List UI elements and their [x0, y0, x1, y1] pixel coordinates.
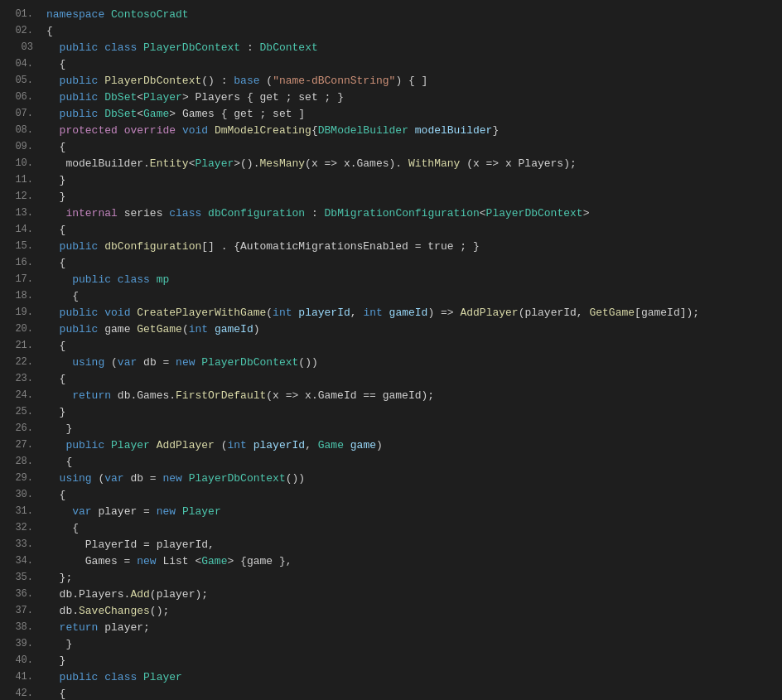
- code-line: 03 public class PlayerDbContext : DbCont…: [0, 40, 782, 56]
- code-line: 29. using (var db = new PlayerDbContext(…: [0, 471, 782, 487]
- line-content: {: [46, 255, 775, 272]
- code-line: 06. public DbSet<Player> Players { get ;…: [0, 89, 782, 106]
- line-number: 37.: [7, 603, 33, 618]
- code-line: 09. {: [0, 139, 782, 156]
- line-number: 14.: [7, 222, 33, 237]
- line-content: public DbSet<Game> Games { get ; set ]: [46, 106, 775, 123]
- code-line: 42. {: [0, 686, 782, 700]
- line-number: 13.: [7, 205, 33, 220]
- line-number: 36.: [7, 587, 33, 601]
- code-line: 02.{: [0, 23, 782, 40]
- code-line: 04. {: [0, 56, 782, 73]
- line-number: 42.: [7, 686, 33, 700]
- line-content: public void CreatePlayerWithGame(int pla…: [46, 305, 775, 321]
- line-number: 04.: [7, 56, 33, 71]
- line-content: }: [46, 189, 775, 205]
- line-content: {: [46, 686, 775, 700]
- code-line: 24. return db.Games.FirstOrDefault(x => …: [0, 388, 782, 404]
- code-line: 31. var player = new Player: [0, 504, 782, 520]
- code-line: 32. {: [0, 520, 782, 537]
- line-number: 10.: [7, 156, 33, 171]
- code-line: 01.namespace ContosoCradt: [0, 7, 782, 23]
- line-number: 26.: [7, 421, 33, 436]
- line-content: }: [46, 421, 775, 437]
- line-number: 34.: [7, 553, 33, 568]
- code-line: 33. PlayerId = playerId,: [0, 537, 782, 553]
- line-content: }: [46, 636, 775, 653]
- line-number: 29.: [7, 471, 33, 485]
- code-line: 19. public void CreatePlayerWithGame(int…: [0, 305, 782, 321]
- line-number: 05.: [7, 73, 33, 88]
- line-number: 01.: [7, 7, 33, 22]
- code-line: 18. {: [0, 288, 782, 305]
- line-content: {: [46, 23, 775, 40]
- code-line: 08. protected override void DmModelCreat…: [0, 123, 782, 139]
- line-content: protected override void DmModelCreating{…: [46, 123, 775, 139]
- code-line: 37. db.SaveChanges();: [0, 603, 782, 620]
- code-line: 05. public PlayerDbContext() : base ("na…: [0, 73, 782, 89]
- line-content: {: [46, 288, 775, 305]
- code-line: 15. public dbConfiguration[] . {Automati…: [0, 239, 782, 255]
- line-content: db.Players.Add(player);: [46, 587, 775, 603]
- line-number: 41.: [7, 669, 33, 684]
- line-number: 23.: [7, 371, 33, 386]
- code-line: 17. public class mp: [0, 272, 782, 288]
- line-number: 06.: [7, 89, 33, 104]
- line-number: 32.: [7, 520, 33, 535]
- line-number: 21.: [7, 338, 33, 353]
- line-content: {: [46, 520, 775, 537]
- code-line: 28. {: [0, 454, 782, 471]
- code-line: 21. {: [0, 338, 782, 355]
- code-line: 40. }: [0, 653, 782, 669]
- line-number: 08.: [7, 123, 33, 138]
- line-number: 28.: [7, 454, 33, 469]
- line-number: 09.: [7, 139, 33, 154]
- line-content: modelBuilder.Entity<Player>().MesMany(x …: [46, 156, 775, 172]
- line-number: 33.: [7, 537, 33, 552]
- code-line: 30. {: [0, 487, 782, 504]
- line-content: return player;: [46, 620, 775, 636]
- code-line: 20. public game GetGame(int gameId): [0, 321, 782, 338]
- line-content: }: [46, 653, 775, 669]
- code-line: 10. modelBuilder.Entity<Player>().MesMan…: [0, 156, 782, 172]
- code-line: 41. public class Player: [0, 669, 782, 686]
- line-content: using (var db = new PlayerDbContext()): [46, 355, 775, 371]
- line-number: 20.: [7, 321, 33, 336]
- line-number: 30.: [7, 487, 33, 502]
- line-number: 18.: [7, 288, 33, 303]
- line-number: 27.: [7, 437, 33, 452]
- line-content: {: [46, 139, 775, 156]
- line-content: {: [46, 56, 775, 73]
- line-number: 17.: [7, 272, 33, 287]
- line-number: 35.: [7, 570, 33, 585]
- code-line: 25. }: [0, 404, 782, 421]
- line-number: 07.: [7, 106, 33, 121]
- code-editor: 01.namespace ContosoCradt02.{03 public c…: [0, 0, 782, 700]
- code-line: 16. {: [0, 255, 782, 272]
- code-line: 14. {: [0, 222, 782, 239]
- line-content: public dbConfiguration[] . {AutomaticMig…: [46, 239, 775, 255]
- line-content: public Player AddPlayer (int playerId, G…: [46, 437, 775, 454]
- line-content: public class PlayerDbContext : DbContext: [46, 40, 775, 56]
- line-number: 25.: [7, 404, 33, 419]
- code-line: 39. }: [0, 636, 782, 653]
- code-line: 13. internal series class dbConfiguratio…: [0, 205, 782, 222]
- line-content: return db.Games.FirstOrDefault(x => x.Ga…: [46, 388, 775, 404]
- code-line: 38. return player;: [0, 620, 782, 636]
- line-content: public class Player: [46, 669, 775, 686]
- code-line: 11. }: [0, 172, 782, 189]
- line-content: {: [46, 487, 775, 504]
- line-content: }: [46, 172, 775, 189]
- code-line: 07. public DbSet<Game> Games { get ; set…: [0, 106, 782, 123]
- line-content: public PlayerDbContext() : base ("name-d…: [46, 73, 775, 89]
- line-number: 12.: [7, 189, 33, 204]
- line-content: namespace ContosoCradt: [46, 7, 775, 23]
- line-number: 31.: [7, 504, 33, 519]
- code-line: 12. }: [0, 189, 782, 205]
- code-line: 22. using (var db = new PlayerDbContext(…: [0, 355, 782, 371]
- line-content: public class mp: [46, 272, 775, 288]
- line-number: 02.: [7, 23, 33, 38]
- line-content: }: [46, 404, 775, 421]
- line-content: PlayerId = playerId,: [46, 537, 775, 553]
- line-number: 39.: [7, 636, 33, 651]
